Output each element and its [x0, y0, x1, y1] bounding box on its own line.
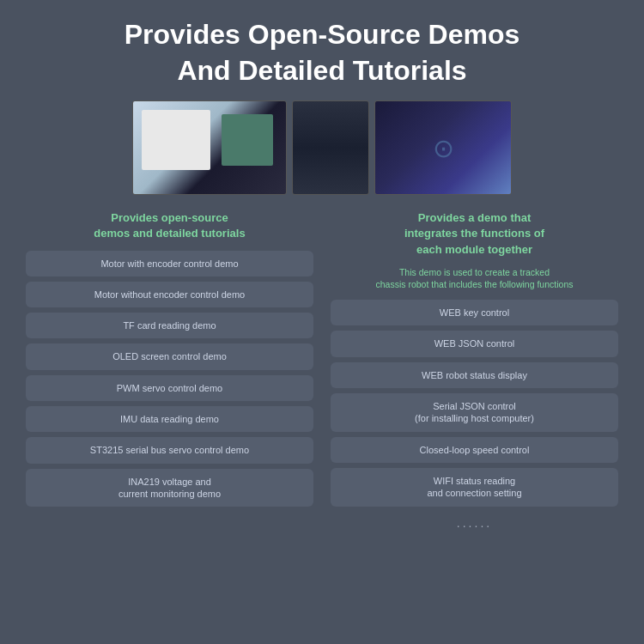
screenshot-right — [374, 100, 512, 195]
screenshot-mid — [292, 100, 369, 195]
demo-btn-motor-encoder[interactable]: Motor with encoder control demo — [26, 251, 313, 276]
dots-indicator: ······ — [331, 512, 618, 539]
demo-btn-imu[interactable]: IMU data reading demo — [26, 406, 313, 432]
col-right-heading: Provides a demo thatintegrates the funct… — [331, 210, 618, 258]
demo-btn-web-robot-status[interactable]: WEB robot status display — [331, 362, 618, 388]
demo-btn-motor-no-encoder[interactable]: Motor without encoder control demo — [26, 282, 313, 307]
page-wrapper: Provides Open-Source Demos And Detailed … — [0, 0, 644, 644]
demo-btn-web-json[interactable]: WEB JSON control — [331, 331, 618, 356]
demo-btn-oled[interactable]: OLED screen control demo — [26, 343, 313, 369]
two-col-layout: Provides open-sourcedemos and detailed t… — [26, 210, 618, 635]
col-left: Provides open-sourcedemos and detailed t… — [26, 210, 313, 635]
demo-btn-web-key[interactable]: WEB key control — [331, 300, 618, 325]
demo-btn-closed-loop[interactable]: Closed-loop speed control — [331, 437, 618, 463]
demo-btn-ina219[interactable]: INA219 voltage andcurrent monitoring dem… — [26, 469, 313, 507]
col-left-heading: Provides open-sourcedemos and detailed t… — [26, 210, 313, 241]
demo-btn-pwm-servo[interactable]: PWM servo control demo — [26, 375, 313, 401]
screenshot-container — [26, 100, 618, 195]
col-right-sub: This demo is used to create a trackedcha… — [331, 266, 618, 291]
screenshot-left — [132, 100, 287, 195]
demo-btn-tf-card[interactable]: TF card reading demo — [26, 313, 313, 338]
demo-btn-st3215[interactable]: ST3215 serial bus servo control demo — [26, 437, 313, 463]
page-title: Provides Open-Source Demos And Detailed … — [125, 17, 520, 88]
col-right: Provides a demo thatintegrates the funct… — [331, 210, 618, 635]
demo-btn-serial-json[interactable]: Serial JSON control(for installing host … — [331, 393, 618, 432]
demo-btn-wifi-status[interactable]: WIFI status readingand connection settin… — [331, 468, 618, 507]
